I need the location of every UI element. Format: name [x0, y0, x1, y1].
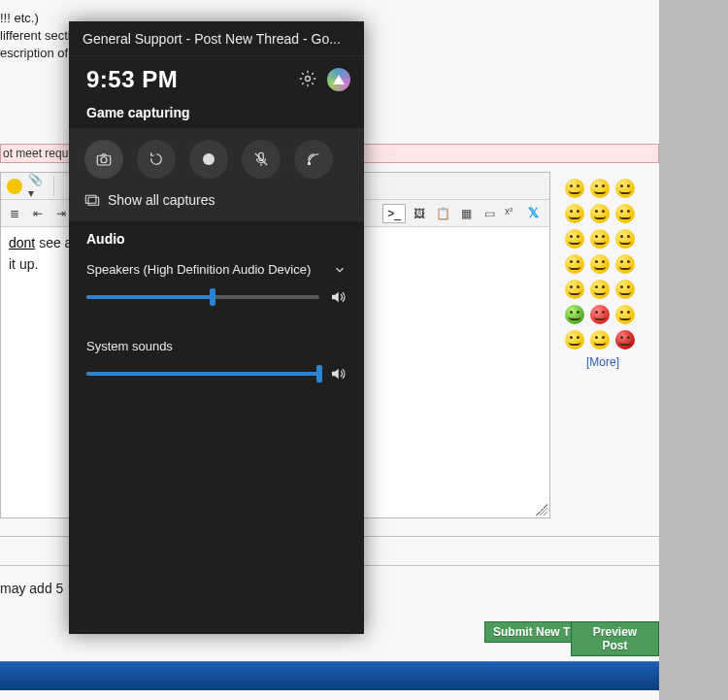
- indent-button[interactable]: ⇥: [51, 204, 71, 223]
- emoji-tongue[interactable]: [565, 179, 584, 198]
- replay-icon: [148, 150, 165, 168]
- emoji-whistle[interactable]: [615, 305, 635, 324]
- speaker-icon[interactable]: [329, 365, 347, 383]
- system-sounds-label: System sounds: [86, 339, 173, 353]
- emoji-biggrin[interactable]: [590, 254, 610, 274]
- emoji-frown[interactable]: [615, 280, 635, 299]
- footer-bar: [0, 661, 659, 690]
- audio-section-label: Audio: [69, 221, 364, 252]
- gallery-icon: [84, 193, 100, 207]
- twitter-button[interactable]: 𝕏: [526, 204, 546, 223]
- superscript-button[interactable]: x²: [503, 204, 522, 223]
- list-button[interactable]: ≣: [5, 204, 24, 223]
- show-all-label: Show all captures: [108, 192, 215, 208]
- capturing-label: Game capturing: [69, 97, 364, 128]
- emoji-sleepy[interactable]: [590, 330, 610, 350]
- speakers-volume-slider[interactable]: [86, 295, 319, 299]
- emoji-cry[interactable]: [590, 229, 610, 249]
- emoji-confused[interactable]: [615, 254, 635, 274]
- attachment-hint: may add 5: [0, 581, 63, 596]
- quote-button[interactable]: ▭: [480, 204, 499, 223]
- emoji-devil[interactable]: [615, 330, 635, 350]
- emoji-meh[interactable]: [565, 280, 584, 299]
- screenshot-button[interactable]: [84, 140, 123, 179]
- emoji-think[interactable]: [615, 229, 635, 249]
- mic-toggle-button[interactable]: [242, 140, 281, 179]
- code-prompt-button[interactable]: >_: [382, 204, 406, 223]
- svg-point-2: [101, 157, 107, 163]
- emoji-cool[interactable]: [565, 204, 584, 223]
- table-button[interactable]: ▦: [456, 204, 476, 223]
- gamebar-header-row: 9:53 PM: [69, 56, 364, 97]
- camera-icon: [95, 150, 113, 168]
- emoji-angry[interactable]: [590, 305, 610, 324]
- system-sounds-row: System sounds: [86, 323, 347, 357]
- preview-post-button[interactable]: Preview Post: [571, 621, 659, 656]
- show-all-captures-link[interactable]: Show all captures: [84, 188, 350, 208]
- svg-rect-5: [85, 195, 96, 203]
- gamebar-clock: 9:53 PM: [86, 66, 178, 93]
- bg-text-line: !!! etc.): [0, 11, 39, 25]
- emoji-grin[interactable]: [590, 204, 610, 223]
- svg-rect-6: [88, 197, 99, 205]
- speakers-volume-row: [86, 281, 347, 323]
- emoji-smile[interactable]: [590, 179, 610, 198]
- settings-button[interactable]: [298, 69, 317, 91]
- user-avatar[interactable]: [327, 68, 350, 91]
- broadcast-button[interactable]: [294, 140, 333, 179]
- gamebar-window-title: General Support - Post New Thread - Go..…: [69, 21, 364, 56]
- gear-icon: [298, 69, 317, 88]
- separator: [53, 177, 54, 196]
- speaker-icon[interactable]: [329, 288, 347, 306]
- emoji-shy[interactable]: [565, 229, 584, 249]
- mic-off-icon: [252, 150, 270, 168]
- record-last-button[interactable]: [137, 140, 176, 179]
- avatar-glyph: [333, 75, 345, 84]
- emoji-picker-button[interactable]: [5, 177, 24, 196]
- system-volume-row: [86, 357, 347, 400]
- insert-image-button[interactable]: 🖼: [410, 204, 429, 223]
- capture-buttons-row: [84, 140, 350, 179]
- emoji-sick[interactable]: [565, 305, 584, 324]
- speakers-label: Speakers (High Definition Audio Device): [86, 262, 311, 277]
- capture-panel: Show all captures: [69, 128, 364, 221]
- svg-point-0: [306, 76, 311, 81]
- system-volume-slider[interactable]: [86, 372, 319, 376]
- emoji-kiss[interactable]: [565, 330, 584, 350]
- svg-point-4: [308, 162, 310, 164]
- emoji-wink[interactable]: [615, 179, 635, 198]
- emoji-more-link[interactable]: [More]: [565, 355, 641, 369]
- emoji-grid: [565, 179, 641, 350]
- game-bar-overlay: General Support - Post New Thread - Go..…: [69, 21, 364, 634]
- start-record-button[interactable]: [189, 140, 228, 179]
- paste-button[interactable]: 📋: [433, 204, 452, 223]
- chevron-down-icon: [333, 263, 347, 277]
- emoji-laugh[interactable]: [565, 254, 584, 274]
- outdent-button[interactable]: ⇤: [28, 204, 48, 223]
- emoji-sidebar: [More]: [565, 179, 641, 369]
- resize-grip[interactable]: [536, 504, 547, 516]
- speakers-dropdown[interactable]: Speakers (High Definition Audio Device): [86, 252, 347, 281]
- right-gutter: [659, 0, 728, 700]
- audio-section: Speakers (High Definition Audio Device) …: [69, 252, 364, 400]
- broadcast-icon: [305, 150, 322, 168]
- emoji-sad[interactable]: [615, 204, 635, 223]
- attachment-button[interactable]: 📎▾: [28, 177, 48, 196]
- emoji-rolleyes[interactable]: [590, 280, 610, 299]
- record-icon: [203, 153, 215, 165]
